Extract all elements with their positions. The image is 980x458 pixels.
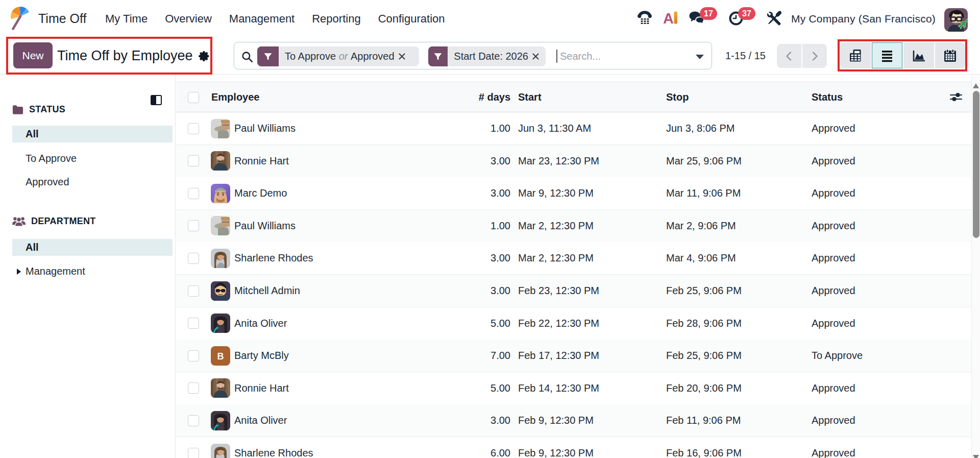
svg-text:B: B	[217, 351, 224, 361]
svg-text:A: A	[663, 10, 674, 26]
